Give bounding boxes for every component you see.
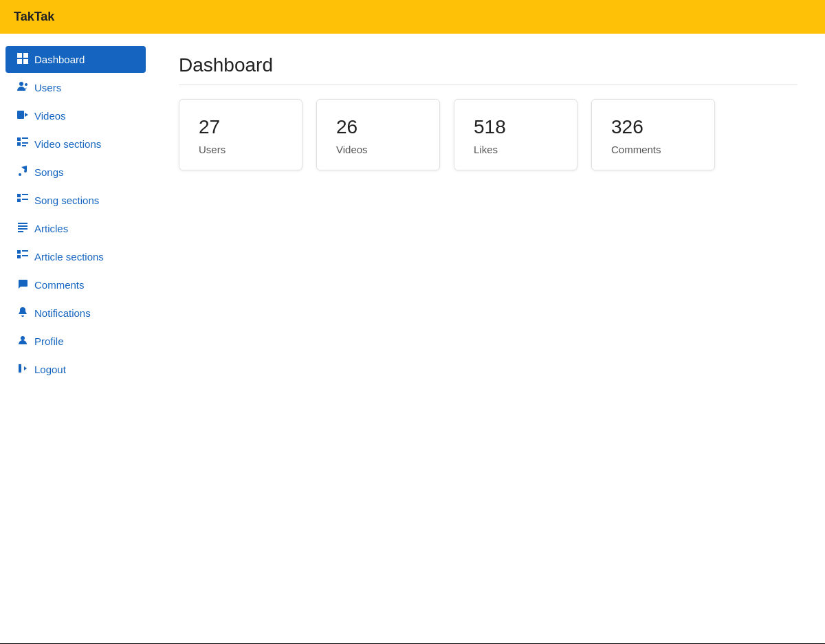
svg-rect-3 (23, 59, 28, 64)
svg-point-4 (19, 82, 23, 86)
sidebar-item-logout[interactable]: Logout (6, 356, 146, 383)
svg-rect-23 (17, 255, 21, 258)
svg-rect-21 (17, 250, 21, 254)
stat-number-comments-stat: 326 (611, 116, 695, 138)
svg-rect-17 (18, 223, 28, 224)
svg-point-5 (25, 83, 28, 86)
page-title: Dashboard (179, 54, 798, 85)
stat-label-users-stat: Users (199, 144, 226, 155)
stat-number-videos-stat: 26 (336, 116, 420, 138)
article-sections-icon (16, 250, 29, 263)
svg-rect-2 (17, 59, 22, 64)
sidebar-item-label-article-sections: Article sections (34, 251, 104, 263)
sidebar-item-articles[interactable]: Articles (6, 215, 146, 242)
profile-icon (16, 335, 29, 348)
sidebar-item-label-logout: Logout (34, 364, 66, 375)
svg-rect-11 (22, 142, 28, 144)
main-content: Dashboard 27Users26Videos518Likes326Comm… (151, 34, 825, 643)
svg-rect-0 (17, 53, 22, 58)
sidebar-item-label-articles: Articles (34, 223, 68, 234)
sidebar-item-label-songs: Songs (34, 166, 64, 178)
svg-marker-7 (25, 113, 28, 117)
layout: DashboardUsersVideosVideo sectionsSongsS… (0, 34, 825, 643)
sidebar-item-label-song-sections: Song sections (34, 195, 99, 206)
stats-row: 27Users26Videos518Likes326Comments (179, 99, 798, 170)
svg-rect-22 (22, 250, 28, 252)
svg-rect-16 (22, 199, 28, 200)
topbar: TakTak (0, 0, 825, 34)
logout-icon (16, 363, 29, 376)
sidebar-item-label-notifications: Notifications (34, 307, 91, 319)
stat-card-users-stat: 27Users (179, 99, 302, 170)
svg-rect-1 (23, 53, 28, 58)
svg-rect-13 (17, 194, 21, 197)
sidebar-item-notifications[interactable]: Notifications (6, 300, 146, 326)
stat-label-comments-stat: Comments (611, 144, 661, 155)
sidebar-item-article-sections[interactable]: Article sections (6, 243, 146, 270)
sidebar-item-songs[interactable]: Songs (6, 159, 146, 186)
sidebar-item-label-users: Users (34, 82, 61, 93)
sidebar-item-label-profile: Profile (34, 335, 64, 347)
app-title: TakTak (14, 10, 54, 23)
svg-rect-12 (22, 145, 26, 146)
svg-rect-14 (22, 194, 28, 195)
sidebar-item-label-dashboard: Dashboard (34, 54, 85, 65)
sidebar-item-users[interactable]: Users (6, 74, 146, 101)
stat-number-likes-stat: 518 (474, 116, 558, 138)
svg-rect-18 (18, 225, 28, 227)
sidebar-item-label-comments: Comments (34, 279, 85, 291)
users-icon (16, 81, 29, 94)
notifications-icon (16, 307, 29, 320)
stat-card-comments-stat: 326Comments (591, 99, 715, 170)
svg-rect-24 (22, 255, 28, 256)
video-sections-icon (16, 137, 29, 151)
sidebar-item-song-sections[interactable]: Song sections (6, 187, 146, 214)
stat-label-likes-stat: Likes (474, 144, 498, 155)
songs-icon (16, 166, 29, 179)
sidebar-item-dashboard[interactable]: Dashboard (6, 46, 146, 73)
svg-rect-10 (17, 142, 21, 146)
sidebar-item-profile[interactable]: Profile (6, 328, 146, 355)
sidebar-item-label-video-sections: Video sections (34, 138, 101, 150)
videos-icon (16, 109, 29, 122)
svg-rect-15 (17, 199, 21, 202)
stat-number-users-stat: 27 (199, 116, 283, 138)
svg-rect-20 (18, 231, 23, 232)
sidebar: DashboardUsersVideosVideo sectionsSongsS… (0, 34, 151, 643)
svg-rect-6 (17, 111, 24, 119)
svg-point-25 (21, 336, 25, 340)
sidebar-item-label-videos: Videos (34, 110, 66, 122)
comments-icon (16, 278, 29, 291)
sidebar-item-videos[interactable]: Videos (6, 102, 146, 129)
svg-rect-9 (22, 137, 28, 139)
articles-icon (16, 222, 29, 235)
sidebar-item-video-sections[interactable]: Video sections (6, 131, 146, 157)
dashboard-icon (16, 53, 29, 66)
stat-card-videos-stat: 26Videos (316, 99, 440, 170)
song-sections-icon (16, 194, 29, 207)
svg-rect-19 (18, 228, 28, 230)
stat-card-likes-stat: 518Likes (454, 99, 578, 170)
svg-rect-8 (17, 137, 21, 141)
sidebar-item-comments[interactable]: Comments (6, 271, 146, 298)
stat-label-videos-stat: Videos (336, 144, 368, 155)
